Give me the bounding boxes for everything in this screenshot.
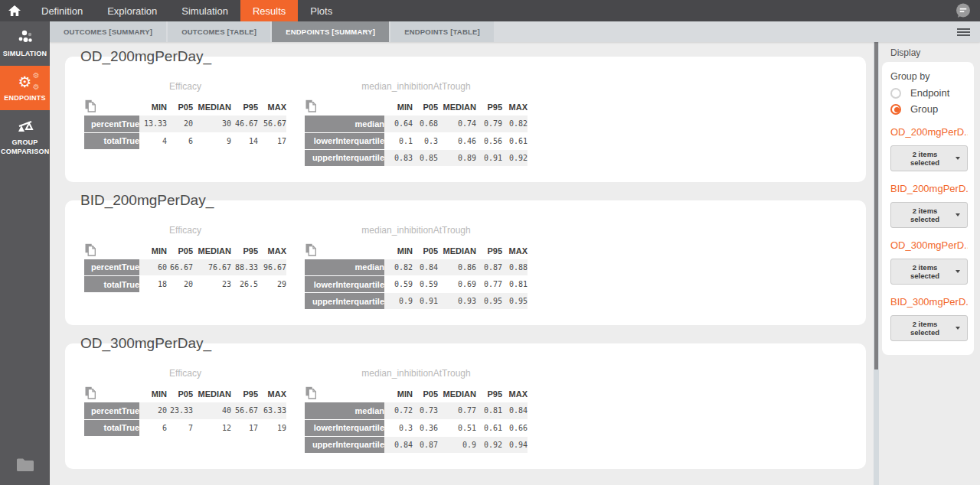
endpoint-title: Efficacy (84, 368, 286, 379)
chat-button[interactable] (955, 0, 980, 21)
cell-value: 0.1 (384, 132, 413, 149)
row-label: lowerInterquartile (305, 419, 384, 436)
cell-value: 0.84 (413, 259, 438, 276)
group-entry: BID_200mgPerD.. 2 items selected (890, 183, 968, 228)
scrollbar-thumb[interactable] (874, 42, 878, 369)
group-entry: BID_300mgPerD.. 2 items selected (890, 296, 968, 341)
items-selected-dropdown[interactable]: 2 items selected (890, 145, 968, 171)
copy-icon (84, 243, 96, 256)
items-selected-dropdown[interactable]: 2 items selected (890, 315, 968, 341)
tab-outcomes-summary[interactable]: OUTCOMES [SUMMARY] (50, 21, 166, 42)
cell-value: 29 (258, 276, 286, 293)
cell-value: 0.77 (476, 276, 502, 293)
copy-table-button[interactable] (84, 386, 139, 402)
radio-endpoint-icon[interactable] (890, 88, 901, 99)
cell-value: 14 (231, 132, 258, 149)
cell-value: 0.77 (438, 402, 476, 419)
cell-value: 0.95 (502, 293, 528, 310)
cell-value: 0.9 (438, 436, 476, 453)
sidebar-item-endpoints[interactable]: ⚙ ⚙ ⚙ ENDPOINTS (0, 66, 50, 110)
caret-down-icon (956, 157, 960, 160)
column-header-p95: P95 (476, 99, 502, 116)
sidebar-spacer (0, 164, 50, 456)
column-header-min: MIN (139, 386, 167, 402)
column-header-max: MAX (502, 242, 528, 259)
left-sidebar: SIMULATION ⚙ ⚙ ⚙ ENDPOINTS GROUP COMPARI… (0, 21, 50, 485)
tabbar-spacer (495, 21, 957, 42)
tab-endpoints-summary[interactable]: ENDPOINTS [SUMMARY] (272, 21, 389, 42)
nav-item-simulation[interactable]: Simulation (169, 0, 240, 21)
table-row: totalTrue4691417 (84, 132, 286, 149)
copy-icon (84, 99, 96, 112)
nav-item-plots[interactable]: Plots (298, 0, 345, 21)
cell-value: 0.64 (384, 116, 413, 132)
nav-items: DefinitionExplorationSimulationResultsPl… (29, 0, 345, 21)
cell-value: 0.82 (384, 259, 413, 276)
sidebar-item-group-comparison[interactable]: GROUP COMPARISON (0, 110, 50, 164)
cell-value: 0.91 (413, 293, 438, 310)
cell-value: 0.9 (384, 293, 413, 310)
cell-value: 56.67 (258, 116, 286, 132)
copy-table-button[interactable] (305, 99, 384, 116)
cell-value: 60 (139, 259, 167, 276)
cell-value: 0.68 (413, 116, 438, 132)
column-header-p95: P95 (231, 242, 258, 259)
column-header-max: MAX (258, 242, 286, 259)
summary-table: MINP05MEDIANP95MAX percentTrue2023.33405… (84, 386, 286, 437)
copy-table-button[interactable] (305, 242, 384, 259)
column-header-p95: P95 (476, 386, 502, 402)
group-name-link[interactable]: OD_200mgPerD... (890, 126, 968, 138)
group-name-link[interactable]: OD_300mgPerD... (890, 239, 968, 251)
nav-item-exploration[interactable]: Exploration (95, 0, 169, 21)
column-header-max: MAX (258, 386, 286, 402)
radio-option-group[interactable]: Group (890, 103, 968, 115)
column-header-median: MEDIAN (193, 242, 231, 259)
copy-table-button[interactable] (84, 99, 139, 116)
group-entry: OD_200mgPerD... 2 items selected (890, 126, 968, 171)
endpoint-title: median_inhibitionAtTrough (305, 368, 528, 379)
items-selected-dropdown[interactable]: 2 items selected (890, 259, 968, 285)
group-name-link[interactable]: BID_300mgPerD.. (890, 296, 968, 308)
column-header-median: MEDIAN (193, 99, 231, 116)
summary-table: MINP05MEDIANP95MAX median0.820.840.860.8… (305, 242, 528, 311)
radio-option-endpoint[interactable]: Endpoint (890, 87, 968, 99)
cell-value: 30 (193, 116, 231, 132)
radio-group-icon[interactable] (890, 104, 901, 115)
column-header-min: MIN (384, 386, 413, 402)
copy-icon (305, 386, 317, 399)
row-label: percentTrue (84, 259, 139, 276)
cell-value: 0.3 (413, 132, 438, 149)
copy-table-button[interactable] (305, 386, 384, 402)
table-row: median0.640.680.740.790.82 (305, 116, 528, 132)
cell-value: 0.46 (438, 132, 476, 149)
group-name-link[interactable]: BID_200mgPerD.. (890, 183, 968, 194)
sidebar-item-simulation[interactable]: SIMULATION (0, 21, 50, 66)
items-selected-dropdown[interactable]: 2 items selected (890, 202, 968, 228)
panel-menu-button[interactable] (957, 28, 970, 36)
vertical-scrollbar[interactable] (874, 42, 879, 485)
nav-item-definition[interactable]: Definition (29, 0, 95, 21)
sub-tab-bar: OUTCOMES [SUMMARY]OUTCOMES [TABLE]ENDPOI… (50, 21, 980, 42)
row-label: median (305, 402, 384, 419)
sidebar-item-label: GROUP COMPARISON (1, 138, 49, 155)
folder-button[interactable] (0, 456, 50, 485)
table-row: lowerInterquartile0.590.590.690.770.81 (305, 276, 528, 293)
cell-value: 0.59 (413, 276, 438, 293)
nav-item-results[interactable]: Results (240, 0, 298, 21)
summary-table: MINP05MEDIANP95MAX percentTrue6066.6776.… (84, 242, 286, 294)
copy-table-button[interactable] (84, 242, 139, 259)
table-row: percentTrue2023.334056.6763.33 (84, 402, 286, 419)
cell-value: 0.87 (413, 436, 438, 453)
tab-outcomes-table[interactable]: OUTCOMES [TABLE] (168, 21, 270, 42)
cell-value: 13.33 (139, 116, 167, 132)
column-header-min: MIN (139, 99, 167, 116)
simulation-icon (1, 28, 49, 47)
caret-down-icon (956, 327, 960, 330)
cell-value: 4 (139, 132, 167, 149)
tab-endpoints-table[interactable]: ENDPOINTS [TABLE] (390, 21, 494, 42)
cell-value: 0.85 (413, 149, 438, 166)
cell-value: 17 (258, 132, 286, 149)
home-button[interactable] (0, 0, 29, 21)
items-selected-label: 2 items selected (898, 263, 952, 280)
endpoint-table-group: Efficacy MINP05MEDIANP95MAX percentTrue2… (84, 368, 286, 437)
